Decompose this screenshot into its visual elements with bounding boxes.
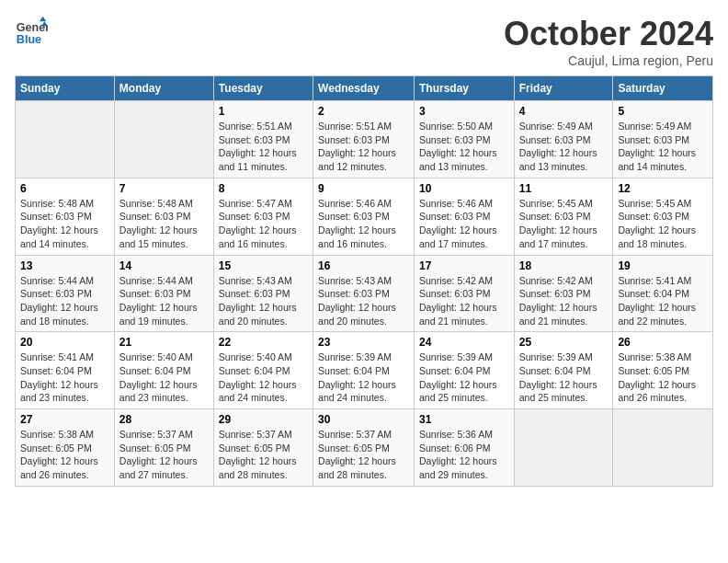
calendar-body: 1Sunrise: 5:51 AMSunset: 6:03 PMDaylight… (16, 101, 713, 487)
day-info: Sunrise: 5:43 AMSunset: 6:03 PMDaylight:… (318, 274, 409, 328)
calendar-cell: 19Sunrise: 5:41 AMSunset: 6:04 PMDayligh… (613, 255, 713, 332)
month-title: October 2024 (504, 15, 713, 53)
day-number: 27 (20, 413, 109, 426)
calendar-cell: 20Sunrise: 5:41 AMSunset: 6:04 PMDayligh… (16, 332, 115, 409)
calendar-cell: 13Sunrise: 5:44 AMSunset: 6:03 PMDayligh… (16, 255, 115, 332)
calendar-cell: 28Sunrise: 5:37 AMSunset: 6:05 PMDayligh… (114, 409, 213, 487)
day-number: 21 (119, 336, 209, 349)
day-number: 22 (219, 336, 308, 349)
calendar-cell: 27Sunrise: 5:38 AMSunset: 6:05 PMDayligh… (16, 409, 115, 487)
location-subtitle: Caujul, Lima region, Peru (504, 53, 713, 68)
day-info: Sunrise: 5:40 AMSunset: 6:04 PMDaylight:… (219, 350, 308, 405)
day-number: 4 (519, 105, 609, 118)
calendar-cell: 14Sunrise: 5:44 AMSunset: 6:03 PMDayligh… (114, 255, 213, 332)
calendar-cell: 5Sunrise: 5:49 AMSunset: 6:03 PMDaylight… (613, 101, 713, 178)
day-number: 18 (519, 259, 609, 272)
header-friday: Friday (514, 76, 613, 101)
day-number: 31 (419, 413, 509, 426)
day-info: Sunrise: 5:46 AMSunset: 6:03 PMDaylight:… (318, 197, 409, 251)
day-info: Sunrise: 5:39 AMSunset: 6:04 PMDaylight:… (318, 350, 409, 405)
day-number: 19 (618, 259, 708, 272)
day-number: 7 (119, 182, 209, 195)
day-info: Sunrise: 5:37 AMSunset: 6:05 PMDaylight:… (119, 428, 209, 482)
day-info: Sunrise: 5:40 AMSunset: 6:04 PMDaylight:… (119, 350, 209, 405)
day-number: 6 (20, 182, 109, 195)
day-info: Sunrise: 5:45 AMSunset: 6:03 PMDaylight:… (519, 197, 609, 251)
header-monday: Monday (114, 76, 213, 101)
week-row-5: 27Sunrise: 5:38 AMSunset: 6:05 PMDayligh… (16, 409, 713, 487)
day-number: 28 (119, 413, 209, 426)
day-number: 9 (318, 182, 409, 195)
calendar-header-row: SundayMondayTuesdayWednesdayThursdayFrid… (16, 76, 713, 101)
calendar-cell: 31Sunrise: 5:36 AMSunset: 6:06 PMDayligh… (414, 409, 514, 487)
day-info: Sunrise: 5:51 AMSunset: 6:03 PMDaylight:… (219, 120, 308, 174)
calendar-cell: 15Sunrise: 5:43 AMSunset: 6:03 PMDayligh… (213, 255, 313, 332)
day-number: 20 (20, 336, 109, 349)
calendar-cell (114, 101, 213, 178)
day-info: Sunrise: 5:50 AMSunset: 6:03 PMDaylight:… (419, 120, 509, 174)
calendar-cell: 3Sunrise: 5:50 AMSunset: 6:03 PMDaylight… (414, 101, 514, 178)
day-number: 1 (219, 105, 308, 118)
day-info: Sunrise: 5:45 AMSunset: 6:03 PMDaylight:… (618, 197, 708, 251)
page-header: General Blue October 2024 Caujul, Lima r… (15, 15, 713, 68)
day-info: Sunrise: 5:36 AMSunset: 6:06 PMDaylight:… (419, 428, 509, 482)
calendar-cell: 30Sunrise: 5:37 AMSunset: 6:05 PMDayligh… (313, 409, 415, 487)
day-info: Sunrise: 5:39 AMSunset: 6:04 PMDaylight:… (519, 350, 609, 405)
day-info: Sunrise: 5:44 AMSunset: 6:03 PMDaylight:… (20, 274, 109, 328)
day-number: 12 (618, 182, 708, 195)
day-number: 29 (219, 413, 308, 426)
day-info: Sunrise: 5:49 AMSunset: 6:03 PMDaylight:… (618, 120, 708, 174)
header-sunday: Sunday (16, 76, 115, 101)
calendar-cell: 18Sunrise: 5:42 AMSunset: 6:03 PMDayligh… (514, 255, 613, 332)
calendar-cell: 21Sunrise: 5:40 AMSunset: 6:04 PMDayligh… (114, 332, 213, 409)
day-info: Sunrise: 5:37 AMSunset: 6:05 PMDaylight:… (219, 428, 308, 482)
day-info: Sunrise: 5:41 AMSunset: 6:04 PMDaylight:… (618, 274, 708, 328)
calendar-cell: 9Sunrise: 5:46 AMSunset: 6:03 PMDaylight… (313, 178, 415, 255)
calendar-cell: 16Sunrise: 5:43 AMSunset: 6:03 PMDayligh… (313, 255, 415, 332)
calendar-cell: 8Sunrise: 5:47 AMSunset: 6:03 PMDaylight… (213, 178, 313, 255)
day-number: 16 (318, 259, 409, 272)
calendar-cell: 7Sunrise: 5:48 AMSunset: 6:03 PMDaylight… (114, 178, 213, 255)
day-number: 14 (119, 259, 209, 272)
calendar-table: SundayMondayTuesdayWednesdayThursdayFrid… (15, 75, 713, 487)
header-wednesday: Wednesday (313, 76, 415, 101)
day-number: 17 (419, 259, 509, 272)
day-number: 2 (318, 105, 409, 118)
day-info: Sunrise: 5:39 AMSunset: 6:04 PMDaylight:… (419, 350, 509, 405)
svg-marker-2 (40, 17, 46, 21)
calendar-cell: 1Sunrise: 5:51 AMSunset: 6:03 PMDaylight… (213, 101, 313, 178)
calendar-cell (16, 101, 115, 178)
day-info: Sunrise: 5:42 AMSunset: 6:03 PMDaylight:… (419, 274, 509, 328)
calendar-cell: 22Sunrise: 5:40 AMSunset: 6:04 PMDayligh… (213, 332, 313, 409)
day-number: 24 (419, 336, 509, 349)
day-info: Sunrise: 5:38 AMSunset: 6:05 PMDaylight:… (618, 350, 708, 405)
week-row-1: 1Sunrise: 5:51 AMSunset: 6:03 PMDaylight… (16, 101, 713, 178)
svg-text:Blue: Blue (17, 33, 41, 46)
day-number: 5 (618, 105, 708, 118)
day-number: 8 (219, 182, 308, 195)
calendar-cell: 10Sunrise: 5:46 AMSunset: 6:03 PMDayligh… (414, 178, 514, 255)
day-number: 3 (419, 105, 509, 118)
header-saturday: Saturday (613, 76, 713, 101)
week-row-2: 6Sunrise: 5:48 AMSunset: 6:03 PMDaylight… (16, 178, 713, 255)
week-row-4: 20Sunrise: 5:41 AMSunset: 6:04 PMDayligh… (16, 332, 713, 409)
calendar-cell: 26Sunrise: 5:38 AMSunset: 6:05 PMDayligh… (613, 332, 713, 409)
day-number: 26 (618, 336, 708, 349)
calendar-cell: 17Sunrise: 5:42 AMSunset: 6:03 PMDayligh… (414, 255, 514, 332)
header-thursday: Thursday (414, 76, 514, 101)
title-block: October 2024 Caujul, Lima region, Peru (504, 15, 713, 68)
calendar-cell: 4Sunrise: 5:49 AMSunset: 6:03 PMDaylight… (514, 101, 613, 178)
day-info: Sunrise: 5:48 AMSunset: 6:03 PMDaylight:… (119, 197, 209, 251)
day-info: Sunrise: 5:46 AMSunset: 6:03 PMDaylight:… (419, 197, 509, 251)
header-tuesday: Tuesday (213, 76, 313, 101)
calendar-cell: 24Sunrise: 5:39 AMSunset: 6:04 PMDayligh… (414, 332, 514, 409)
calendar-cell (514, 409, 613, 487)
day-number: 15 (219, 259, 308, 272)
calendar-cell: 29Sunrise: 5:37 AMSunset: 6:05 PMDayligh… (213, 409, 313, 487)
week-row-3: 13Sunrise: 5:44 AMSunset: 6:03 PMDayligh… (16, 255, 713, 332)
day-number: 23 (318, 336, 409, 349)
day-info: Sunrise: 5:49 AMSunset: 6:03 PMDaylight:… (519, 120, 609, 174)
day-info: Sunrise: 5:51 AMSunset: 6:03 PMDaylight:… (318, 120, 409, 174)
day-number: 25 (519, 336, 609, 349)
calendar-cell: 23Sunrise: 5:39 AMSunset: 6:04 PMDayligh… (313, 332, 415, 409)
